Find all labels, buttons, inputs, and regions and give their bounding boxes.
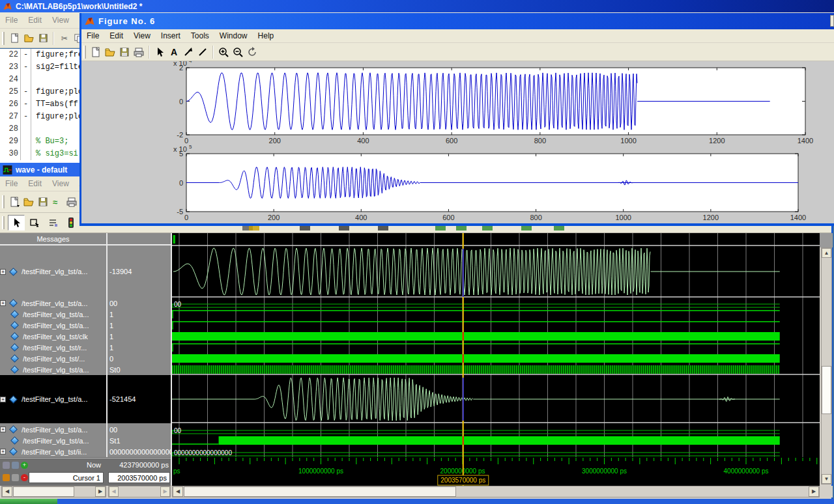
delete-cursor-icon[interactable]: - (21, 474, 28, 481)
breakpoint-dash[interactable] (21, 148, 31, 160)
breakpoint-dash[interactable]: - (21, 49, 31, 61)
tool-button[interactable] (44, 215, 61, 231)
text-tool-icon[interactable]: A (167, 45, 181, 59)
messages-header[interactable]: Messages (0, 233, 106, 245)
new-figure-icon[interactable] (89, 45, 103, 59)
reload-icon[interactable]: ≈ (50, 195, 65, 209)
save-icon[interactable] (36, 31, 50, 46)
breakpoint-dash[interactable]: - (21, 98, 31, 111)
scroll-thumb[interactable] (13, 486, 74, 497)
menu-item-edit[interactable]: Edit (23, 16, 47, 25)
signal-row[interactable]: +/testFilter_vlg_tst/a... (0, 375, 106, 423)
menu-item-window[interactable]: Window (214, 31, 253, 40)
wave-vscrollbar[interactable]: ▲ ▼ (821, 247, 832, 484)
timeline-ruler[interactable]: ps1000000000 ps2000000000 ps3000000000 p… (172, 457, 820, 486)
breakpoint-dash[interactable] (21, 135, 31, 148)
breakpoint-dash[interactable]: - (21, 111, 31, 123)
cursor-tool-icon[interactable] (152, 45, 167, 59)
zoom-in-icon[interactable] (216, 45, 231, 59)
names-hscrollbar[interactable]: ◀ ▶ (1, 486, 106, 497)
editor-titlebar[interactable]: C:\MATLAB6p5p1\work\Untitled2 * (0, 0, 834, 12)
start-button[interactable] (0, 499, 57, 504)
signal-row[interactable]: /testFilter_vlg_tst/r... (0, 342, 106, 353)
print-icon[interactable] (65, 195, 79, 209)
values-hscrollbar[interactable]: ◀ ▶ (108, 486, 171, 497)
scroll-down-arrow[interactable]: ▼ (822, 474, 831, 484)
zoom-mode-icon[interactable] (27, 216, 42, 230)
select-mode-icon[interactable] (9, 216, 23, 230)
signal-row[interactable]: +/testFilter_vlg_tst/a... (0, 424, 106, 435)
tool-button[interactable] (26, 215, 43, 231)
open-icon[interactable] (22, 195, 36, 209)
breakpoint-dash[interactable] (21, 123, 31, 135)
toolbar-icon-stub[interactable] (482, 225, 493, 231)
expander-icon[interactable]: + (0, 427, 6, 432)
open-icon[interactable] (103, 45, 117, 59)
toolbar-icon-stub[interactable] (300, 225, 310, 231)
toolbar-icon-stub[interactable] (378, 225, 388, 231)
window-control-sliver[interactable] (830, 15, 834, 27)
note-icon[interactable] (12, 462, 19, 469)
cursor1-name-field[interactable]: Cursor 1 (29, 472, 104, 483)
menu-item-help[interactable]: Help (253, 31, 280, 40)
stoplight-icon[interactable] (64, 216, 78, 230)
menu-item-insert[interactable]: Insert (156, 31, 186, 40)
wave-hscrollbar[interactable]: ◀ ▶ (172, 486, 820, 497)
breakpoint-dash[interactable]: - (21, 86, 31, 98)
scroll-thumb[interactable] (184, 486, 456, 497)
toolbar-icon-stub[interactable] (521, 225, 532, 231)
menu-item-view[interactable]: View (47, 179, 74, 188)
tool-button[interactable] (8, 215, 25, 231)
signal-row[interactable]: +/testFilter_vlg_tst/a... (0, 298, 106, 309)
menu-item-file[interactable]: File (0, 179, 23, 188)
figure-titlebar[interactable]: Figure No. 6 (81, 13, 834, 29)
menu-item-view[interactable]: View (128, 31, 156, 40)
menu-item-tools[interactable]: Tools (186, 31, 214, 40)
signal-row[interactable]: +/testFilter_vlg_tst/ii... (0, 446, 106, 457)
expander-icon[interactable]: + (0, 300, 6, 306)
menu-item-edit[interactable]: Edit (23, 179, 47, 188)
expander-icon[interactable]: + (0, 269, 6, 275)
toolbar-icon-stub[interactable] (435, 225, 446, 231)
cursor1-time-value[interactable]: 2003570000 ps (108, 472, 170, 483)
scroll-right-arrow[interactable]: ▶ (160, 486, 170, 497)
scroll-right-arrow[interactable]: ▶ (95, 486, 106, 497)
column-splitter-1[interactable] (106, 233, 108, 485)
scroll-right-arrow[interactable]: ▶ (809, 486, 819, 497)
menu-item-view[interactable]: View (47, 16, 74, 25)
lock-cursor-icon[interactable] (3, 474, 10, 481)
breakpoint-dash[interactable]: - (21, 61, 31, 74)
scroll-left-arrow[interactable]: ◀ (173, 486, 183, 497)
breakpoint-dash[interactable] (21, 74, 31, 86)
scroll-left-arrow[interactable]: ◀ (109, 486, 119, 497)
export-icon[interactable] (3, 462, 10, 469)
zoom-out-icon[interactable] (231, 45, 245, 59)
toolbar-icon-stub[interactable] (554, 225, 564, 231)
print-icon[interactable] (132, 45, 146, 59)
scroll-left-arrow[interactable]: ◀ (2, 486, 12, 497)
signal-row[interactable]: /testFilter_vlg_tst/a... (0, 320, 106, 331)
signal-row[interactable]: /testFilter_vlg_tst/clk (0, 331, 106, 342)
save-icon[interactable] (36, 195, 50, 209)
new-file-icon[interactable] (7, 31, 22, 46)
rotate3d-icon[interactable] (245, 45, 259, 59)
edit-mode-icon[interactable] (46, 216, 60, 230)
menu-item-edit[interactable]: Edit (104, 31, 128, 40)
edit-cursor-icon[interactable] (12, 474, 19, 481)
line-tool-icon[interactable] (195, 45, 210, 59)
add-cursor-icon[interactable]: + (21, 462, 28, 469)
waveform-canvas[interactable]: 00000000000000000000 (172, 233, 820, 457)
tool-button[interactable] (63, 215, 79, 231)
expander-icon[interactable]: + (0, 449, 6, 455)
menu-item-file[interactable]: File (81, 31, 104, 40)
signal-row[interactable]: +/testFilter_vlg_tst/a... (0, 246, 106, 297)
scroll-thumb[interactable] (822, 366, 831, 414)
cut-icon[interactable]: ✂ (57, 31, 71, 46)
signal-row[interactable]: /testFilter_vlg_tst/a... (0, 435, 106, 446)
signal-row[interactable]: /testFilter_vlg_tst/... (0, 353, 106, 364)
toolbar-icon-stub[interactable] (339, 225, 349, 231)
toolbar-icon-stub[interactable] (249, 225, 259, 231)
new-doc-icon[interactable] (7, 195, 22, 209)
annotate-arrow-icon[interactable] (181, 45, 195, 59)
menu-item-file[interactable]: File (0, 16, 23, 25)
